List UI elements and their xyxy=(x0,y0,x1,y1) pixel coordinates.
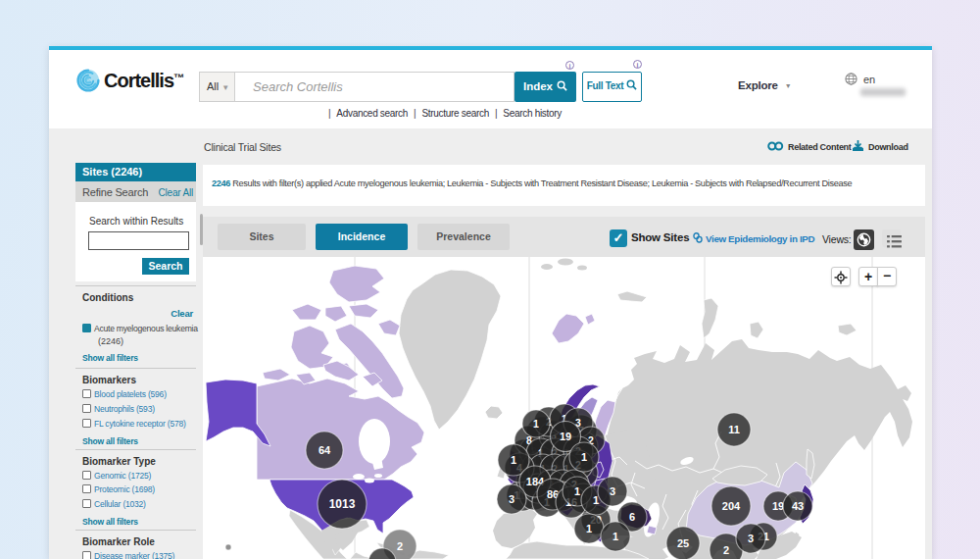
svg-text:1: 1 xyxy=(586,523,592,534)
svg-text:11: 11 xyxy=(728,424,740,435)
svg-text:3: 3 xyxy=(748,533,754,544)
svg-text:1: 1 xyxy=(574,485,580,497)
svg-text:3: 3 xyxy=(509,493,514,505)
svg-text:1: 1 xyxy=(533,418,539,430)
svg-text:1: 1 xyxy=(511,454,516,466)
svg-text:25: 25 xyxy=(677,537,689,549)
svg-text:64: 64 xyxy=(318,444,331,456)
svg-text:2: 2 xyxy=(723,544,729,556)
svg-text:43: 43 xyxy=(792,500,804,512)
svg-text:19: 19 xyxy=(772,500,784,512)
svg-text:1: 1 xyxy=(612,531,618,542)
svg-text:19: 19 xyxy=(560,431,571,442)
svg-text:1: 1 xyxy=(593,494,599,506)
svg-text:3: 3 xyxy=(610,485,615,497)
svg-text:204: 204 xyxy=(722,500,741,512)
svg-text:6: 6 xyxy=(629,511,635,523)
svg-text:1013: 1013 xyxy=(329,497,356,511)
svg-text:2: 2 xyxy=(397,540,403,552)
svg-text:1: 1 xyxy=(581,451,587,463)
